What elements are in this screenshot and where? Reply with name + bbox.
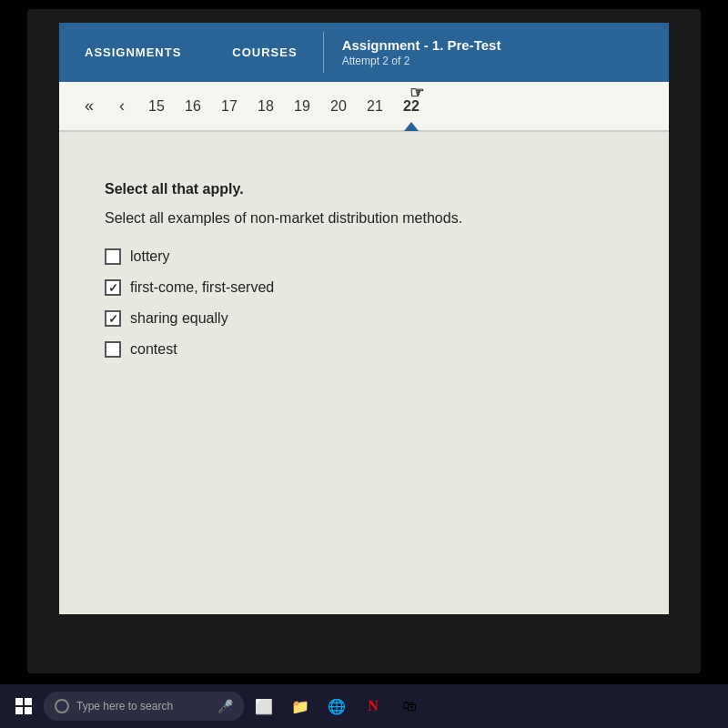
- page-15[interactable]: 15: [138, 81, 175, 131]
- store-button[interactable]: 🛍: [393, 690, 426, 723]
- search-icon: [55, 699, 69, 713]
- microphone-icon: 🎤: [217, 699, 233, 713]
- content-area: Select all that apply. Select all exampl…: [59, 145, 669, 394]
- option-lottery[interactable]: lottery: [105, 248, 623, 265]
- option-sharing-label: sharing equally: [130, 310, 228, 327]
- page-17[interactable]: 17: [211, 81, 248, 131]
- edge-browser-button[interactable]: 🌐: [320, 690, 353, 723]
- question-instruction: Select all that apply.: [105, 181, 623, 197]
- page-18[interactable]: 18: [248, 81, 284, 131]
- netflix-button[interactable]: N: [357, 690, 389, 723]
- checkbox-contest[interactable]: [105, 341, 121, 358]
- option-first-come-label: first-come, first-served: [130, 279, 274, 296]
- prev-page-button[interactable]: ‹: [106, 90, 138, 123]
- option-lottery-label: lottery: [130, 248, 170, 265]
- file-explorer-button[interactable]: 📁: [284, 690, 317, 723]
- page-16[interactable]: 16: [175, 81, 211, 131]
- page-22[interactable]: ☞ 22: [393, 81, 430, 131]
- option-contest-label: contest: [130, 341, 177, 358]
- taskbar-search-bar[interactable]: Type here to search 🎤: [44, 692, 244, 721]
- nav-bar: ASSIGNMENTS COURSES Assignment - 1. Pre-…: [59, 23, 669, 82]
- question-text: Select all examples of non-market distri…: [105, 210, 623, 227]
- page-21[interactable]: 21: [357, 81, 393, 131]
- option-sharing[interactable]: sharing equally: [105, 310, 623, 327]
- pagination-bar: « ‹ 15 16 17 18 19 20 21 ☞ 22: [59, 82, 669, 132]
- nav-assignment-info: Assignment - 1. Pre-Test Attempt 2 of 2: [324, 23, 520, 82]
- taskbar: Type here to search 🎤 ⬜ 📁 🌐 N 🛍: [0, 684, 728, 728]
- option-first-come[interactable]: first-come, first-served: [105, 279, 623, 296]
- windows-icon: [15, 698, 32, 714]
- options-list: lottery first-come, first-served sharing…: [105, 248, 623, 358]
- page-20[interactable]: 20: [320, 81, 357, 131]
- checkbox-sharing[interactable]: [105, 310, 121, 327]
- checkbox-lottery[interactable]: [105, 248, 121, 265]
- search-placeholder: Type here to search: [76, 700, 173, 713]
- task-view-button[interactable]: ⬜: [248, 690, 280, 723]
- option-contest[interactable]: contest: [105, 341, 623, 358]
- nav-courses[interactable]: COURSES: [207, 23, 322, 82]
- checkbox-first-come[interactable]: [105, 279, 121, 296]
- assignment-title: Assignment - 1. Pre-Test: [342, 37, 501, 53]
- start-button[interactable]: [7, 690, 40, 723]
- first-page-button[interactable]: «: [73, 90, 106, 123]
- assignment-subtitle: Attempt 2 of 2: [342, 55, 501, 67]
- nav-assignments[interactable]: ASSIGNMENTS: [59, 23, 207, 82]
- page-19[interactable]: 19: [284, 81, 320, 131]
